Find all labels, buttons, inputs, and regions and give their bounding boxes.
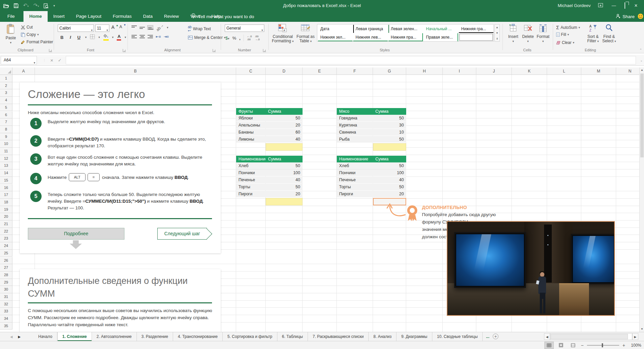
row-header-14[interactable]: 14 — [0, 169, 12, 177]
row-header-21[interactable]: 21 — [0, 220, 12, 228]
cell-style-4[interactable]: Начальный ... — [424, 25, 458, 33]
row-header-27[interactable]: 27 — [0, 264, 12, 271]
sheet-tab-3-разделение[interactable]: 3. Разделение — [137, 332, 173, 341]
middle-align-button[interactable] — [140, 26, 145, 30]
borders-dropdown[interactable]: ▾ — [98, 36, 100, 39]
horizontal-scroll-thumb[interactable] — [551, 334, 628, 339]
cell-style-1[interactable]: Дата — [318, 25, 353, 33]
column-header-A[interactable]: A — [12, 67, 35, 75]
sheet-tab-4-транспонирование[interactable]: 4. Транспонирование — [173, 332, 223, 341]
row-header-29[interactable]: 29 — [0, 279, 12, 286]
page-break-view-button[interactable] — [569, 342, 578, 349]
sort-filter-button[interactable]: AZ Sort &Filter ▾ — [585, 24, 601, 44]
column-header-C[interactable]: C — [236, 67, 266, 75]
row-header-23[interactable]: 23 — [0, 235, 12, 242]
row-header-3[interactable]: 3 — [0, 89, 12, 97]
scroll-up-icon[interactable]: ▲ — [640, 67, 644, 73]
column-header-I[interactable]: I — [443, 67, 476, 75]
decrease-indent-button[interactable]: ⇤≡ — [156, 35, 161, 39]
column-header-K[interactable]: K — [512, 67, 547, 75]
column-header-J[interactable]: J — [476, 67, 512, 75]
sheet-nav-prev-icon[interactable]: ◀ — [10, 335, 13, 339]
horizontal-scrollbar[interactable]: ◀ ▶ — [544, 333, 638, 340]
delete-cells-button[interactable]: Delete▾ — [521, 24, 535, 44]
find-select-button[interactable]: Find &Select ▾ — [601, 24, 617, 44]
row-header-18[interactable]: 18 — [0, 199, 12, 206]
number-dialog-launcher[interactable] — [263, 49, 266, 52]
row-header-24[interactable]: 24 — [0, 242, 12, 250]
row-header-22[interactable]: 22 — [0, 228, 12, 235]
row-header-19[interactable]: 19 — [0, 206, 12, 213]
vertical-scroll-thumb[interactable] — [640, 73, 644, 157]
cell-style-10[interactable] — [459, 33, 493, 41]
sheet-tab-6-таблицы[interactable]: 6. Таблицы — [277, 332, 308, 341]
select-all-corner[interactable] — [0, 67, 12, 75]
tab-formulas[interactable]: Formulas — [107, 11, 137, 22]
sheet-tab-9-диаграммы[interactable]: 9. Диаграммы — [396, 332, 432, 341]
cell-style-9[interactable]: Правая зеле... — [424, 33, 458, 41]
video-player[interactable] — [447, 221, 615, 316]
number-format-combo[interactable]: General▾ — [225, 24, 264, 32]
zoom-level[interactable]: 100% — [629, 343, 641, 348]
tab-data[interactable]: Data — [138, 11, 159, 22]
font-dialog-launcher[interactable] — [123, 49, 126, 52]
sheet-nav-next-icon[interactable]: ▶ — [18, 335, 21, 339]
sheet-tab-7-раскрывающиеся-списки[interactable]: 7. Раскрывающиеся списки — [308, 332, 369, 341]
column-header-H[interactable]: H — [406, 67, 443, 75]
row-header-32[interactable]: 32 — [0, 301, 12, 308]
new-sheet-button[interactable]: + — [493, 334, 498, 339]
cell-style-5[interactable]: Нижняя гра... — [459, 25, 493, 33]
accounting-format-button[interactable]: $▾ — [225, 36, 229, 41]
row-header-11[interactable]: 11 — [0, 148, 12, 155]
enter-formula-icon[interactable]: ✓ — [58, 58, 62, 63]
share-button[interactable]: Share — [616, 11, 635, 22]
sheet-tab-1-сложение[interactable]: 1. Сложение — [57, 332, 92, 341]
column-header-B[interactable]: B — [35, 67, 236, 75]
next-step-button[interactable]: Следующий шаг — [157, 228, 207, 240]
table-1-sum-cell[interactable] — [266, 143, 303, 151]
insert-cells-button[interactable]: Insert▾ — [506, 24, 521, 44]
grow-font-button[interactable]: A▲ — [111, 24, 118, 30]
cell-style-3[interactable]: Левая зелен... — [388, 25, 423, 33]
row-header-6[interactable]: 6 — [0, 111, 12, 119]
increase-decimal-button[interactable]: ←.0.00 — [247, 35, 252, 41]
cut-button[interactable]: Cut — [21, 25, 33, 30]
font-size-combo[interactable]: 11▾ — [95, 24, 109, 32]
comma-style-button[interactable]: , — [239, 36, 240, 41]
row-header-10[interactable]: 10 — [0, 140, 12, 148]
name-box[interactable]: A64▾ — [1, 56, 37, 64]
decrease-decimal-button[interactable]: .00→.0 — [255, 35, 260, 41]
scroll-left-icon[interactable]: ◀ — [544, 333, 550, 340]
cell-style-2[interactable]: Левая граница — [353, 25, 388, 33]
expand-formula-bar-icon[interactable]: ⌄ — [640, 59, 643, 62]
row-header-4[interactable]: 4 — [0, 97, 12, 104]
sheet-tab-начало[interactable]: Начало — [34, 332, 57, 341]
percent-style-button[interactable]: % — [232, 36, 236, 41]
tab-page-layout[interactable]: Page Layout — [70, 11, 107, 22]
merge-center-button[interactable]: Merge & Center▾ — [188, 35, 225, 40]
format-cells-button[interactable]: Format▾ — [535, 24, 551, 44]
scroll-right-icon[interactable]: ▶ — [632, 333, 638, 340]
fill-color-button[interactable] — [103, 34, 109, 41]
font-family-combo[interactable]: Calibri▾ — [58, 24, 94, 32]
borders-button[interactable] — [90, 34, 95, 40]
row-header-8[interactable]: 8 — [0, 126, 12, 133]
row-header-33[interactable]: 33 — [0, 308, 12, 315]
row-header-1[interactable]: 1 — [0, 75, 12, 82]
conditional-formatting-button[interactable]: ≠ ConditionalFormatting ▾ — [271, 24, 294, 44]
row-header-17[interactable]: 17 — [0, 191, 12, 199]
wrap-text-button[interactable]: ab↩Wrap Text — [188, 25, 211, 33]
zoom-slider-handle[interactable] — [602, 343, 603, 347]
row-header-9[interactable]: 9 — [0, 133, 12, 141]
font-color-button[interactable]: A — [117, 34, 121, 41]
row-header-16[interactable]: 16 — [0, 184, 12, 192]
scroll-down-icon[interactable]: ▼ — [640, 327, 644, 332]
cell-style-7[interactable]: Нижняя лев... — [353, 33, 388, 41]
account-user-name[interactable]: Michael Gordeev — [558, 3, 591, 8]
bold-button[interactable]: B — [59, 35, 65, 40]
tab-insert[interactable]: Insert — [48, 11, 70, 22]
row-header-34[interactable]: 34 — [0, 315, 12, 322]
align-left-button[interactable] — [131, 35, 137, 39]
row-header-5[interactable]: 5 — [0, 104, 12, 111]
styles-gallery-scrollbar[interactable]: ▲▼⇟ — [494, 24, 500, 42]
